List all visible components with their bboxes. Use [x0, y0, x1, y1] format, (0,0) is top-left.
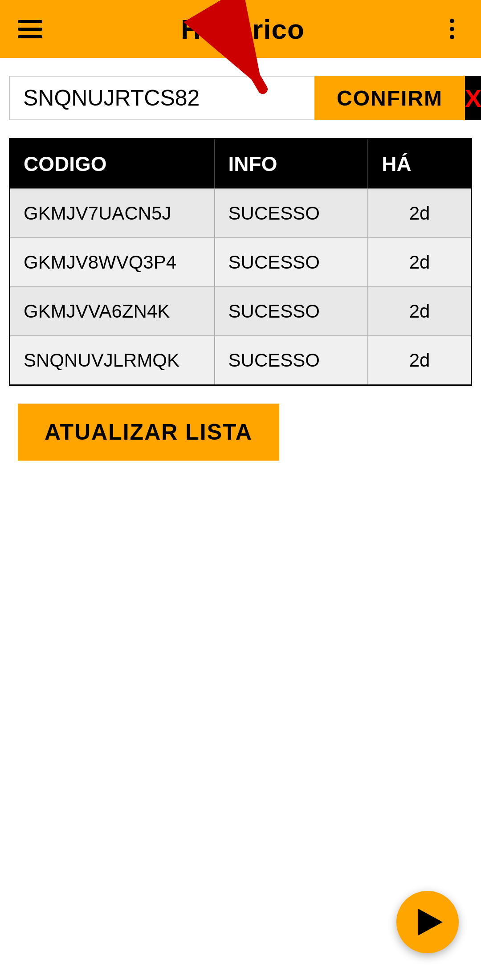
play-icon [418, 909, 443, 935]
column-header-info: INFO [215, 139, 369, 188]
table-row: GKMJV7UACN5J SUCESSO 2d [10, 188, 471, 237]
hamburger-line-3 [18, 35, 42, 38]
column-header-ha: HÁ [368, 139, 471, 188]
fab-play-button[interactable] [396, 891, 459, 953]
clear-icon: X [465, 84, 481, 113]
cell-codigo-1: GKMJV7UACN5J [10, 189, 215, 237]
more-options-button[interactable] [441, 18, 463, 40]
table-header: CODIGO INFO HÁ [10, 139, 471, 188]
column-header-codigo: CODIGO [10, 139, 215, 188]
cell-codigo-4: SNQNUVJLRMQK [10, 336, 215, 384]
dot-1 [450, 19, 454, 23]
atualizar-container: ATUALIZAR LISTA [0, 390, 481, 474]
cell-ha-4: 2d [368, 336, 471, 384]
cell-info-1: SUCESSO [215, 189, 369, 237]
page-title: Histórico [181, 13, 305, 45]
cell-codigo-3: GKMJVVA6ZN4K [10, 287, 215, 335]
cell-info-3: SUCESSO [215, 287, 369, 335]
confirm-button[interactable]: CONFIRM [314, 76, 465, 120]
table-row: SNQNUVJLRMQK SUCESSO 2d [10, 335, 471, 384]
cell-ha-2: 2d [368, 238, 471, 286]
cell-codigo-2: GKMJV8WVQ3P4 [10, 238, 215, 286]
menu-button[interactable] [18, 16, 45, 42]
hamburger-line-1 [18, 20, 42, 23]
app-header: Histórico [0, 0, 481, 58]
cell-info-4: SUCESSO [215, 336, 369, 384]
table-row: GKMJVVA6ZN4K SUCESSO 2d [10, 286, 471, 335]
atualizar-lista-button[interactable]: ATUALIZAR LISTA [18, 404, 279, 461]
clear-button[interactable]: X [465, 76, 481, 120]
cell-info-2: SUCESSO [215, 238, 369, 286]
code-input[interactable] [9, 76, 314, 120]
cell-ha-1: 2d [368, 189, 471, 237]
hamburger-line-2 [18, 28, 42, 31]
search-area: CONFIRM X [0, 58, 481, 134]
dot-3 [450, 35, 454, 39]
cell-ha-3: 2d [368, 287, 471, 335]
dot-2 [450, 27, 454, 31]
history-table: CODIGO INFO HÁ GKMJV7UACN5J SUCESSO 2d G… [9, 138, 472, 386]
table-row: GKMJV8WVQ3P4 SUCESSO 2d [10, 237, 471, 286]
